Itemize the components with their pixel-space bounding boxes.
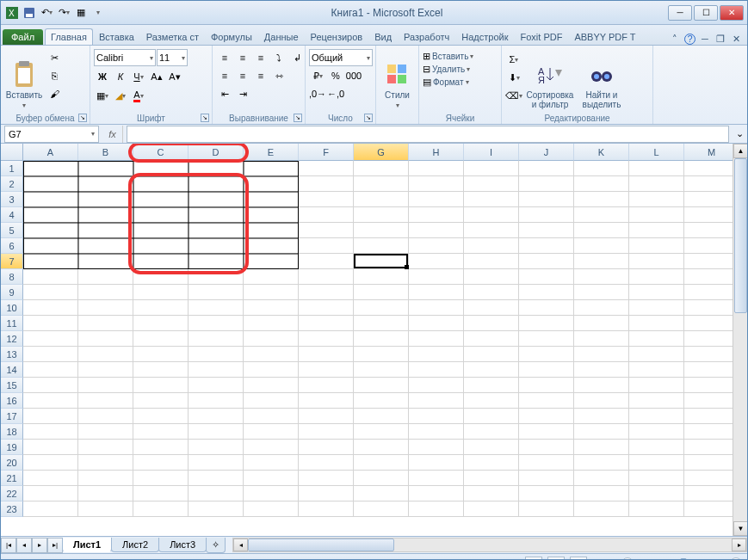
column-header-D[interactable]: D [189, 144, 244, 161]
workbook-restore-icon[interactable]: ❐ [714, 33, 726, 45]
cell[interactable] [684, 192, 739, 207]
cell[interactable] [354, 269, 409, 285]
cell[interactable] [409, 223, 464, 238]
font-name-select[interactable]: Calibri▾ [94, 49, 156, 66]
cell[interactable] [299, 440, 354, 455]
align-top-icon[interactable]: ≡ [216, 49, 233, 66]
cell[interactable] [409, 440, 464, 455]
cell[interactable] [574, 285, 629, 300]
cell[interactable] [684, 300, 739, 316]
cell[interactable] [684, 269, 739, 285]
cell[interactable] [409, 300, 464, 316]
cell[interactable] [189, 362, 244, 378]
cell[interactable] [23, 471, 78, 486]
cell[interactable] [244, 254, 299, 269]
cell[interactable] [574, 486, 629, 502]
italic-button[interactable]: К [112, 68, 129, 85]
cell[interactable] [299, 223, 354, 238]
align-center-icon[interactable]: ≡ [234, 67, 251, 84]
cell[interactable] [409, 502, 464, 517]
cell[interactable] [519, 424, 574, 440]
cell[interactable] [519, 331, 574, 347]
cell[interactable] [684, 440, 739, 455]
cell[interactable] [78, 285, 133, 300]
cell[interactable] [78, 238, 133, 254]
cell[interactable] [133, 161, 189, 176]
cell[interactable] [23, 192, 78, 207]
cell[interactable] [78, 378, 133, 393]
cell[interactable] [519, 471, 574, 486]
cell[interactable] [78, 362, 133, 378]
cell[interactable] [629, 440, 684, 455]
cell[interactable] [629, 223, 684, 238]
cell[interactable] [244, 393, 299, 409]
column-header-L[interactable]: L [629, 144, 684, 161]
cell[interactable] [354, 393, 409, 409]
cell[interactable] [133, 347, 189, 362]
cell[interactable] [244, 347, 299, 362]
cell[interactable] [354, 300, 409, 316]
cell[interactable] [574, 238, 629, 254]
cell[interactable] [133, 440, 189, 455]
cell[interactable] [574, 192, 629, 207]
wrap-text-icon[interactable]: ↲ [288, 49, 306, 66]
cell[interactable] [464, 331, 519, 347]
row-header-23[interactable]: 23 [1, 502, 23, 517]
cell[interactable] [629, 161, 684, 176]
cell[interactable] [519, 176, 574, 192]
cell[interactable] [189, 486, 244, 502]
formula-expand-icon[interactable]: ⌄ [733, 128, 747, 139]
column-header-F[interactable]: F [299, 144, 354, 161]
cell[interactable] [354, 176, 409, 192]
cell[interactable] [684, 254, 739, 269]
column-header-H[interactable]: H [409, 144, 464, 161]
cell[interactable] [23, 409, 78, 424]
cell[interactable] [464, 424, 519, 440]
cell[interactable] [23, 161, 78, 176]
cell[interactable] [244, 486, 299, 502]
cell[interactable] [189, 192, 244, 207]
cell[interactable] [299, 486, 354, 502]
ribbon-minimize-icon[interactable]: ˄ [669, 33, 681, 45]
cell[interactable] [684, 393, 739, 409]
cell[interactable] [409, 285, 464, 300]
column-header-I[interactable]: I [464, 144, 519, 161]
row-header-16[interactable]: 16 [1, 393, 23, 409]
copy-icon[interactable]: ⎘ [46, 67, 63, 84]
cell[interactable] [409, 424, 464, 440]
underline-button[interactable]: Ч▾ [130, 68, 147, 85]
insert-cells-button[interactable]: ⊞Вставить▾ [423, 51, 473, 62]
cell[interactable] [244, 455, 299, 471]
cell[interactable] [299, 254, 354, 269]
cell[interactable] [133, 269, 189, 285]
cell[interactable] [244, 285, 299, 300]
file-tab[interactable]: Файл [3, 29, 43, 45]
scroll-up-icon[interactable]: ▲ [733, 144, 747, 158]
cell[interactable] [519, 316, 574, 331]
cell[interactable] [409, 362, 464, 378]
cell[interactable] [409, 409, 464, 424]
cell[interactable] [189, 455, 244, 471]
cell[interactable] [574, 502, 629, 517]
cell[interactable] [23, 285, 78, 300]
cell[interactable] [464, 502, 519, 517]
cell[interactable] [464, 300, 519, 316]
cell[interactable] [629, 502, 684, 517]
cell[interactable] [519, 285, 574, 300]
cell[interactable] [23, 362, 78, 378]
cell[interactable] [684, 378, 739, 393]
cell[interactable] [574, 471, 629, 486]
cell[interactable] [299, 347, 354, 362]
tab-view[interactable]: Вид [368, 28, 398, 45]
cell[interactable] [299, 192, 354, 207]
column-header-A[interactable]: A [23, 144, 78, 161]
cell[interactable] [189, 440, 244, 455]
cell[interactable] [629, 409, 684, 424]
row-header-20[interactable]: 20 [1, 455, 23, 471]
styles-button[interactable]: Стили ▾ [380, 47, 415, 122]
cell[interactable] [354, 440, 409, 455]
tab-insert[interactable]: Вставка [93, 28, 140, 45]
sheet-last-icon[interactable]: ▸| [47, 538, 63, 553]
cell[interactable] [354, 486, 409, 502]
clear-icon[interactable]: ⌫▾ [505, 87, 522, 104]
